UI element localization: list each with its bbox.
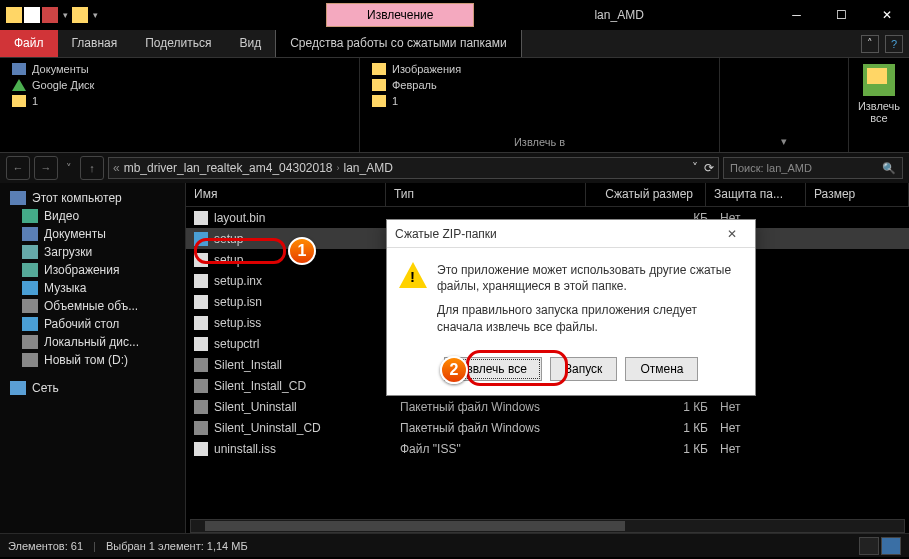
file-icon <box>194 400 208 414</box>
contextual-tab: Извлечение <box>326 3 474 27</box>
back-button[interactable]: ← <box>6 156 30 180</box>
col-csize[interactable]: Сжатый размер <box>586 183 706 206</box>
desktop-icon <box>22 317 38 331</box>
tab-share[interactable]: Поделиться <box>131 30 225 57</box>
label: Документы <box>32 63 89 75</box>
search-input[interactable]: Поиск: lan_AMD 🔍 <box>723 157 903 179</box>
close-button[interactable]: ✕ <box>864 0 909 30</box>
dest-images[interactable]: Изображения <box>368 62 711 76</box>
qat-icon[interactable] <box>42 7 58 23</box>
file-icon <box>194 316 208 330</box>
column-headers: Имя Тип Сжатый размер Защита па... Разме… <box>186 183 909 207</box>
dest-feb[interactable]: Февраль <box>368 78 711 92</box>
file-icon <box>194 211 208 225</box>
sidebar-documents[interactable]: Документы <box>0 225 185 243</box>
label: Документы <box>44 227 106 241</box>
qat: ▾ ▾ <box>0 7 106 23</box>
disk-icon <box>22 353 38 367</box>
gallery-more[interactable]: ▾ <box>728 133 840 148</box>
statusbar: Элементов: 61 | Выбран 1 элемент: 1,14 М… <box>0 533 909 557</box>
file-row[interactable]: Silent_UninstallПакетный файл Windows1 К… <box>186 396 909 417</box>
breadcrumb[interactable]: mb_driver_lan_realtek_am4_04302018 <box>124 161 333 175</box>
refresh-button[interactable]: ⟳ <box>704 161 714 175</box>
view-details-button[interactable] <box>859 537 879 555</box>
file-row[interactable]: Silent_Uninstall_CDПакетный файл Windows… <box>186 417 909 438</box>
annotation-badge: 1 <box>288 237 316 265</box>
tab-home[interactable]: Главная <box>58 30 132 57</box>
address-bar[interactable]: « mb_driver_lan_realtek_am4_04302018 › l… <box>108 157 719 179</box>
cancel-button[interactable]: Отмена <box>625 357 698 381</box>
history-dropdown[interactable]: ˅ <box>62 156 76 180</box>
file-type: Пакетный файл Windows <box>400 400 600 414</box>
file-icon <box>194 253 208 267</box>
sidebar: Этот компьютер Видео Документы Загрузки … <box>0 183 186 533</box>
ribbon-collapse-button[interactable]: ˄ <box>861 35 879 53</box>
documents-icon <box>12 63 26 75</box>
sidebar-downloads[interactable]: Загрузки <box>0 243 185 261</box>
col-prot[interactable]: Защита па... <box>706 183 806 206</box>
dest-folder[interactable]: 1 <box>368 94 711 108</box>
view-large-button[interactable] <box>881 537 901 555</box>
col-name[interactable]: Имя <box>186 183 386 206</box>
label: 1 <box>32 95 38 107</box>
forward-button[interactable]: → <box>34 156 58 180</box>
label: Извлечь все <box>855 100 903 124</box>
qat-dropdown[interactable]: ▾ <box>60 7 70 23</box>
address-row: ← → ˅ ↑ « mb_driver_lan_realtek_am4_0430… <box>0 153 909 183</box>
sidebar-d-drive[interactable]: Новый том (D:) <box>0 351 185 369</box>
file-name: setup.iss <box>214 316 400 330</box>
tab-view[interactable]: Вид <box>225 30 275 57</box>
qat-icon[interactable] <box>24 7 40 23</box>
file-name: Silent_Install <box>214 358 400 372</box>
help-button[interactable]: ? <box>885 35 903 53</box>
window-controls: ─ ☐ ✕ <box>774 0 909 30</box>
up-button[interactable]: ↑ <box>80 156 104 180</box>
run-button[interactable]: Запуск <box>550 357 618 381</box>
sidebar-this-pc[interactable]: Этот компьютер <box>0 189 185 207</box>
tab-file[interactable]: Файл <box>0 30 58 57</box>
col-size[interactable]: Размер <box>806 183 909 206</box>
file-name: setup.isn <box>214 295 400 309</box>
objects-icon <box>22 299 38 313</box>
sidebar-images[interactable]: Изображения <box>0 261 185 279</box>
folder-icon <box>372 95 386 107</box>
dest-documents[interactable]: Документы <box>8 62 351 76</box>
pc-icon <box>10 191 26 205</box>
qat-dropdown[interactable]: ▾ <box>90 7 100 23</box>
extract-icon <box>863 64 895 96</box>
dest-folder[interactable]: 1 <box>8 94 351 108</box>
address-dropdown[interactable]: ˅ <box>692 161 698 175</box>
ribbon-tabs: Файл Главная Поделиться Вид Средства раб… <box>0 30 909 58</box>
sidebar-video[interactable]: Видео <box>0 207 185 225</box>
sidebar-desktop[interactable]: Рабочий стол <box>0 315 185 333</box>
extract-all-button[interactable]: Извлечь все <box>849 58 909 152</box>
tab-extract-tools[interactable]: Средства работы со сжатыми папками <box>275 30 522 57</box>
dialog-close-button[interactable]: ✕ <box>717 227 747 241</box>
minimize-button[interactable]: ─ <box>774 0 819 30</box>
sidebar-3d[interactable]: Объемные объ... <box>0 297 185 315</box>
folder-icon <box>6 7 22 23</box>
dialog-titlebar: Сжатые ZIP-папки ✕ <box>387 220 755 248</box>
file-size: 1 КБ <box>600 421 720 435</box>
scrollbar-thumb[interactable] <box>205 521 625 531</box>
label: Новый том (D:) <box>44 353 128 367</box>
folder-icon <box>12 95 26 107</box>
label: Музыка <box>44 281 86 295</box>
file-name: setup.inx <box>214 274 400 288</box>
maximize-button[interactable]: ☐ <box>819 0 864 30</box>
file-name: Silent_Install_CD <box>214 379 400 393</box>
sidebar-localdisk[interactable]: Локальный дис... <box>0 333 185 351</box>
sidebar-network[interactable]: Сеть <box>0 379 185 397</box>
folder-icon <box>372 63 386 75</box>
dialog-title: Сжатые ZIP-папки <box>395 227 497 241</box>
breadcrumb[interactable]: lan_AMD <box>344 161 393 175</box>
dest-gdrive[interactable]: Google Диск <box>8 78 351 92</box>
video-icon <box>22 209 38 223</box>
horizontal-scrollbar[interactable] <box>190 519 905 533</box>
label: 1 <box>392 95 398 107</box>
sidebar-music[interactable]: Музыка <box>0 279 185 297</box>
annotation-badge: 2 <box>440 356 468 384</box>
file-icon <box>194 442 208 456</box>
file-row[interactable]: uninstall.issФайл "ISS"1 КБНет <box>186 438 909 459</box>
col-type[interactable]: Тип <box>386 183 586 206</box>
